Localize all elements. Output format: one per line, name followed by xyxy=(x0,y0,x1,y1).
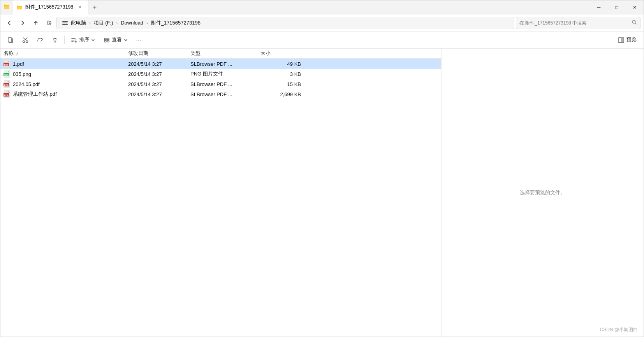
file-type: SLBrowser PDF ... xyxy=(187,89,257,99)
new-tab-button[interactable]: + xyxy=(88,1,101,14)
breadcrumb-download[interactable]: Download xyxy=(119,19,145,26)
window-controls: ─ □ ✕ xyxy=(590,0,644,14)
recent-button[interactable] xyxy=(43,17,55,29)
table-row[interactable]: PDF 系统管理工作站.pdf 2024/5/14 3:27 SLBrowser… xyxy=(0,89,441,99)
up-button[interactable] xyxy=(30,17,42,29)
svg-point-10 xyxy=(26,40,28,42)
search-icon[interactable] xyxy=(632,19,637,26)
column-header-name[interactable]: 名称 ∧ xyxy=(0,49,125,59)
preview-panel: 选择要预览的文件。 xyxy=(441,49,644,337)
pdf-file-icon: PDF xyxy=(4,90,11,98)
svg-rect-4 xyxy=(62,23,68,23)
file-icon: PDF xyxy=(4,60,11,68)
file-icon: PDF xyxy=(4,90,11,98)
maximize-button[interactable]: □ xyxy=(608,0,626,14)
table-row[interactable]: PNG 035.png 2024/5/14 3:27 PNG 图片文件 3 KB xyxy=(0,69,441,79)
search-input[interactable] xyxy=(519,20,629,26)
file-list-container: 名称 ∧ 修改日期 类型 大小 xyxy=(0,49,644,337)
file-name-cell[interactable]: PDF 1.pdf xyxy=(0,59,125,69)
tab-close-btn[interactable]: ✕ xyxy=(76,4,83,11)
nav-panel-button[interactable] xyxy=(61,19,69,27)
tab-label: 附件_1715657273198 xyxy=(25,4,73,11)
file-list-main: 名称 ∧ 修改日期 类型 大小 xyxy=(0,49,441,337)
pdf-file-icon: PDF xyxy=(4,80,11,88)
table-row[interactable]: PDF 2024.05.pdf 2024/5/14 3:27 SLBrowser… xyxy=(0,79,441,89)
file-type: SLBrowser PDF ... xyxy=(187,79,257,89)
file-name-cell[interactable]: PDF 2024.05.pdf xyxy=(0,79,125,89)
svg-rect-8 xyxy=(8,38,12,42)
file-size: 15 KB xyxy=(257,79,304,89)
svg-rect-13 xyxy=(104,40,106,42)
file-size: 49 KB xyxy=(257,59,304,69)
share-icon xyxy=(37,37,43,43)
table-header-row: 名称 ∧ 修改日期 类型 大小 xyxy=(0,49,441,59)
file-name: 系统管理工作站.pdf xyxy=(13,91,57,98)
preview-icon xyxy=(618,37,624,43)
svg-text:PDF: PDF xyxy=(4,94,9,97)
window-icon xyxy=(0,4,13,11)
table-row[interactable]: PDF 1.pdf 2024/5/14 3:27 SLBrowser PDF .… xyxy=(0,59,441,69)
copy-button[interactable] xyxy=(4,34,18,46)
svg-rect-15 xyxy=(618,38,622,42)
sort-icon xyxy=(71,37,77,43)
svg-point-9 xyxy=(23,40,25,42)
watermark: CSDN @小闻图白 xyxy=(600,326,638,333)
breadcrumb[interactable]: 此电脑 › 项目 (F:) › Download › 附件_1715657273… xyxy=(56,17,514,29)
column-header-date[interactable]: 修改日期 xyxy=(125,49,187,59)
file-date: 2024/5/14 3:27 xyxy=(125,89,187,99)
window: 附件_1715657273198 ✕ + ─ □ ✕ 此电脑 › xyxy=(0,0,644,337)
svg-rect-3 xyxy=(62,21,68,22)
active-tab[interactable]: 附件_1715657273198 ✕ xyxy=(13,0,88,14)
file-name-cell[interactable]: PNG 035.png xyxy=(0,69,125,79)
copy-icon xyxy=(7,37,14,43)
share-button[interactable] xyxy=(33,34,47,46)
search-box[interactable] xyxy=(516,17,640,29)
file-icon: PNG xyxy=(4,70,11,78)
breadcrumb-current[interactable]: 附件_1715657273198 xyxy=(150,19,202,27)
preview-button[interactable]: 预览 xyxy=(614,34,640,46)
svg-rect-11 xyxy=(104,38,106,40)
file-icon: PDF xyxy=(4,80,11,88)
forward-button[interactable] xyxy=(17,17,28,29)
title-bar: 附件_1715657273198 ✕ + ─ □ ✕ xyxy=(0,0,644,14)
back-button[interactable] xyxy=(4,17,15,29)
svg-rect-29 xyxy=(4,81,8,83)
sort-arrow-icon: ∧ xyxy=(16,51,19,56)
file-type: PNG 图片文件 xyxy=(187,69,257,79)
column-header-size[interactable]: 大小 xyxy=(257,49,304,59)
address-bar: 此电脑 › 项目 (F:) › Download › 附件_1715657273… xyxy=(0,14,644,32)
view-icon xyxy=(104,37,110,43)
sort-button[interactable]: 排序 xyxy=(67,34,99,46)
file-name: 035.png xyxy=(13,71,31,77)
more-button[interactable]: ··· xyxy=(132,34,145,46)
sort-chevron-icon xyxy=(91,38,95,42)
svg-rect-5 xyxy=(62,24,68,25)
svg-rect-24 xyxy=(4,70,8,73)
svg-rect-34 xyxy=(4,91,8,93)
svg-point-6 xyxy=(632,20,635,23)
view-chevron-icon xyxy=(124,38,128,42)
column-header-extra xyxy=(304,49,441,59)
sort-label: 排序 xyxy=(79,37,89,43)
pdf-file-icon: PDF xyxy=(4,60,11,68)
close-button[interactable]: ✕ xyxy=(626,0,644,14)
file-size: 2,699 KB xyxy=(257,89,304,99)
breadcrumb-drive[interactable]: 项目 (F:) xyxy=(92,19,115,27)
cut-icon xyxy=(22,37,28,43)
minimize-button[interactable]: ─ xyxy=(590,0,608,14)
file-name: 1.pdf xyxy=(13,61,24,67)
file-name-cell[interactable]: PDF 系统管理工作站.pdf xyxy=(0,89,125,99)
toolbar-separator-1 xyxy=(64,36,65,44)
svg-text:PDF: PDF xyxy=(4,84,9,86)
view-button[interactable]: 查看 xyxy=(100,34,132,46)
delete-button[interactable] xyxy=(48,34,62,46)
file-date: 2024/5/14 3:27 xyxy=(125,59,187,69)
cut-button[interactable] xyxy=(18,34,32,46)
column-header-type[interactable]: 类型 xyxy=(187,49,257,59)
file-name: 2024.05.pdf xyxy=(13,81,40,87)
svg-rect-16 xyxy=(622,38,624,42)
file-date: 2024/5/14 3:27 xyxy=(125,79,187,89)
svg-rect-12 xyxy=(107,38,109,40)
breadcrumb-pc[interactable]: 此电脑 xyxy=(69,19,88,27)
svg-text:PDF: PDF xyxy=(4,64,9,66)
